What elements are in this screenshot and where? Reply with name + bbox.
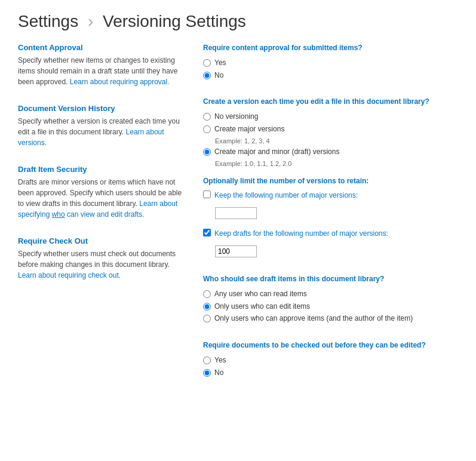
major-versions-option[interactable]: Create major versions (203, 124, 458, 134)
major-minor-versions-radio[interactable] (203, 148, 211, 156)
checkout-yes-radio[interactable] (203, 356, 211, 364)
document-version-right: Create a version each time you edit a fi… (203, 97, 458, 257)
no-versioning-radio[interactable] (203, 113, 211, 121)
document-version-right-label: Create a version each time you edit a fi… (203, 97, 458, 107)
content-approval-title: Content Approval (18, 43, 185, 52)
breadcrumb-separator: › (88, 12, 93, 30)
keep-major-label: Keep the following number of major versi… (214, 190, 358, 201)
require-checkout-right-label: Require documents to be checked out befo… (203, 340, 458, 351)
keep-major-checkbox[interactable] (203, 190, 211, 198)
checkout-no-option[interactable]: No (203, 368, 458, 378)
require-checkout-section: Require Check Out Specify whether users … (18, 236, 185, 281)
draft-edit-radio[interactable] (203, 303, 211, 311)
settings-layout: Content Approval Specify whether new ite… (18, 43, 458, 395)
draft-approve-radio[interactable] (203, 315, 211, 322)
page-title: Settings › Versioning Settings (18, 12, 458, 31)
breadcrumb-current: Versioning Settings (103, 12, 246, 30)
draft-edit-option[interactable]: Only users who can edit items (203, 302, 458, 312)
document-version-section: Document Version History Specify whether… (18, 104, 185, 148)
content-approval-link[interactable]: Learn about requiring approval. (70, 78, 170, 86)
keep-drafts-input[interactable] (215, 245, 257, 257)
draft-security-section: Draft Item Security Drafts are minor ver… (18, 165, 185, 220)
keep-drafts-checkbox[interactable] (203, 229, 211, 236)
content-approval-section: Content Approval Specify whether new ite… (18, 43, 185, 87)
no-versioning-option[interactable]: No versioning (203, 112, 458, 122)
draft-security-radio-group: Any user who can read items Only users w… (203, 289, 458, 324)
checkout-yes-option[interactable]: Yes (203, 355, 458, 365)
content-approval-right-label: Require content approval for submitted i… (203, 43, 458, 53)
keep-drafts-label: Keep drafts for the following number of … (214, 229, 388, 239)
content-approval-radio-group: Yes No (203, 58, 458, 81)
document-version-desc: Specify whether a version is created eac… (18, 116, 185, 148)
require-checkout-desc: Specify whether users must check out doc… (18, 248, 185, 281)
keep-major-input[interactable] (215, 207, 257, 219)
require-checkout-radio-group: Yes No (203, 355, 458, 378)
draft-security-right: Who should see draft items in this docum… (203, 274, 458, 324)
require-checkout-title: Require Check Out (18, 236, 185, 245)
major-minor-versions-option[interactable]: Create major and minor (draft) versions (203, 147, 458, 157)
draft-approve-option[interactable]: Only users who can approve items (and th… (203, 314, 458, 324)
version-limit-group: Keep the following number of major versi… (203, 190, 458, 257)
left-column: Content Approval Specify whether new ite… (18, 43, 185, 395)
content-approval-no-radio[interactable] (203, 72, 211, 79)
draft-security-right-label: Who should see draft items in this docum… (203, 274, 458, 284)
draft-security-desc: Drafts are minor versions or items which… (18, 177, 185, 220)
content-approval-yes[interactable]: Yes (203, 58, 458, 68)
require-checkout-right: Require documents to be checked out befo… (203, 340, 458, 377)
keep-drafts-row: Keep drafts for the following number of … (203, 229, 458, 239)
breadcrumb-parent: Settings (18, 12, 78, 30)
document-version-title: Document Version History (18, 104, 185, 113)
keep-major-row: Keep the following number of major versi… (203, 190, 458, 201)
content-approval-yes-radio[interactable] (203, 59, 211, 67)
limit-versions-label: Optionally limit the number of versions … (203, 176, 458, 186)
content-approval-right: Require content approval for submitted i… (203, 43, 458, 80)
checkout-no-radio[interactable] (203, 369, 211, 377)
right-column: Require content approval for submitted i… (203, 43, 458, 395)
major-versions-example: Example: 1, 2, 3, 4 (215, 137, 458, 145)
require-checkout-link[interactable]: Learn about requiring check out. (18, 271, 121, 279)
major-minor-versions-example: Example: 1.0, 1.1, 1.2, 2.0 (215, 160, 458, 167)
content-approval-desc: Specify whether new items or changes to … (18, 55, 185, 87)
content-approval-no[interactable]: No (203, 70, 458, 81)
draft-read-option[interactable]: Any user who can read items (203, 289, 458, 299)
document-version-radio-group: No versioning Create major versions Exam… (203, 112, 458, 167)
major-versions-radio[interactable] (203, 125, 211, 133)
draft-read-radio[interactable] (203, 290, 211, 298)
draft-security-title: Draft Item Security (18, 165, 185, 174)
